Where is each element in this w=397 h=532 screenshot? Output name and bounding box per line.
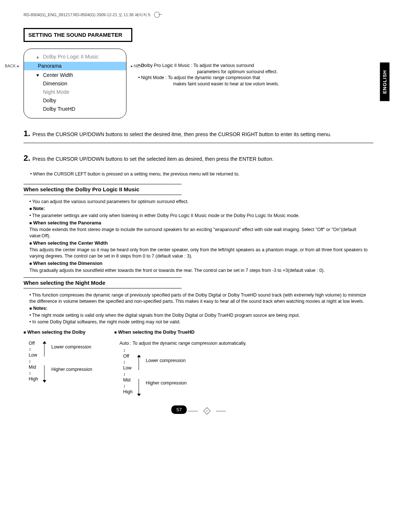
arrow-down-icon — [43, 380, 46, 383]
menu-label: Dimension — [43, 80, 67, 87]
comp-text-col: Lower compression Higher compression — [51, 340, 92, 382]
subheading: When selecting the Dolby Pro Logic II Mu… — [24, 184, 182, 195]
step-2: 2. Press the CURSOR UP/DOWN buttons to s… — [24, 153, 373, 167]
note-line: makes faint sound easier to hear at low … — [138, 81, 279, 87]
arrow-line — [139, 357, 139, 370]
page-number: 57 — [171, 405, 187, 414]
step-number: 1. — [24, 129, 30, 138]
crop-mark: RD-8504(G)_ENG_091217:RD-8504(G) 2009-12… — [24, 12, 373, 18]
comp-levels: ↕ Off ↕ Low ↕ Mid ↕ High — [123, 347, 133, 395]
step-2-note: • When the CURSOR LEFT button is pressed… — [30, 171, 373, 177]
dimension-title: ■ When selecting the Dimension — [29, 260, 373, 267]
menu-wrap: ▴ Dolby Pro Logic II Music BACK◂ Panoram… — [24, 49, 126, 118]
arrow-down-icon — [137, 394, 141, 396]
triangle-down-icon: ▾ — [35, 72, 40, 79]
menu-item[interactable]: Dimension — [24, 79, 126, 88]
menu-label: Dolby TrueHD — [43, 106, 75, 113]
step-text: Press the CURSOR UP/DOWN buttons to sele… — [32, 131, 331, 137]
menu-label: Dolby — [43, 97, 56, 104]
side-notes: • Dolby Pro Logic II Music : To adjust t… — [138, 63, 279, 87]
dimension-text: This gradually adjusts the soundfield ei… — [29, 267, 373, 274]
bullet: • The night mode setting is valid only w… — [29, 312, 373, 319]
notes-label: ■ Notes: — [29, 305, 373, 312]
bullet: • This function compresses the dynamic r… — [29, 292, 373, 305]
step-text: Press the CURSOR UP/DOWN buttons to set … — [32, 156, 273, 162]
section-title: SETTING THE SOUND PARAMETER — [24, 28, 132, 42]
bullet: • In some Dolby Digital softwares, the n… — [29, 319, 373, 325]
settings-menu: ▴ Dolby Pro Logic II Music BACK◂ Panoram… — [24, 49, 126, 118]
next-label: ▸NEXT — [131, 63, 144, 69]
note-label: ■ Note: — [29, 206, 373, 212]
registration-mark — [188, 408, 226, 414]
language-tab: ENGLISH — [380, 63, 390, 101]
menu-item[interactable]: ▾ Center Width — [24, 71, 126, 79]
night-block: • This function compresses the dynamic r… — [29, 292, 373, 325]
panorama-title: ■ When selecting the Panorama — [29, 220, 373, 226]
center-width-title: ■ When selecting the Center Width — [29, 240, 373, 247]
note-line: • Night Mode : To adjust the dynamic ran… — [138, 75, 279, 81]
arrow-col — [42, 340, 48, 382]
line-icon — [216, 411, 226, 411]
comp-levels: Off ↕ Low ↕ Mid ↕ High — [29, 340, 38, 382]
note-line: parameters for optimum surround effect. — [138, 69, 279, 75]
lower-comp: Lower compression — [146, 358, 187, 364]
arrow-col — [136, 347, 142, 395]
truehd-col: ■ When selecting the Dolby TrueHD Auto :… — [114, 329, 247, 395]
page-footer: 57 — [24, 405, 373, 414]
note-line: • Dolby Pro Logic II Music : To adjust t… — [138, 63, 279, 69]
center-width-text: This adjusts the center image so it may … — [29, 247, 373, 259]
triangle-right-icon: ▸ — [131, 63, 133, 69]
menu-label: Dolby Pro Logic II Music — [43, 53, 99, 60]
menu-item[interactable]: Night Mode — [24, 88, 126, 96]
subheading: When selecting the Night Mode — [24, 278, 182, 288]
lower-comp: Lower compression — [51, 344, 92, 350]
menu-item-selected[interactable]: BACK◂ Panorama ▸NEXT — [24, 62, 126, 70]
menu-label: Night Mode — [43, 89, 69, 96]
panorama-text: This mode extends the front stereo image… — [29, 227, 373, 239]
dolby-music-block: • You can adjust the various surround pa… — [29, 199, 373, 274]
top-row: ▴ Dolby Pro Logic II Music BACK◂ Panoram… — [24, 49, 373, 118]
step-number: 2. — [24, 153, 30, 163]
comp-text-col: Lower compression Higher compression — [146, 347, 187, 395]
higher-comp: Higher compression — [51, 366, 92, 373]
auto-line: Auto : To adjust the dynamic range compr… — [119, 340, 247, 347]
arrow-line — [139, 379, 139, 394]
bullet: • You can adjust the various surround pa… — [29, 199, 373, 205]
truehd-select-title: ■ When selecting the Dolby TrueHD — [114, 329, 247, 336]
higher-comp: Higher compression — [146, 380, 187, 386]
back-label: BACK◂ — [5, 63, 19, 69]
bullet: • The parameter settings are valid only … — [29, 213, 373, 219]
menu-label: Center Width — [43, 72, 73, 79]
crop-text: RD-8504(G)_ENG_091217:RD-8504(G) 2009-12… — [24, 12, 150, 18]
menu-item[interactable]: Dolby TrueHD — [24, 105, 126, 113]
triangle-up-icon: ▴ — [35, 53, 40, 60]
step-1: 1. Press the CURSOR UP/DOWN buttons to s… — [24, 128, 373, 143]
crop-circle-icon — [154, 12, 160, 18]
diamond-icon — [203, 407, 211, 415]
dolby-select-title: ■ When selecting the Dolby — [24, 329, 92, 336]
arrow-line — [44, 365, 45, 380]
compression-columns: ■ When selecting the Dolby Off ↕ Low ↕ M… — [24, 329, 373, 395]
menu-item[interactable]: ▴ Dolby Pro Logic II Music — [24, 53, 126, 61]
dolby-col: ■ When selecting the Dolby Off ↕ Low ↕ M… — [24, 329, 92, 395]
line-icon — [188, 411, 198, 411]
menu-item[interactable]: Dolby — [24, 96, 126, 105]
triangle-left-icon: ◂ — [17, 63, 19, 69]
menu-label: Panorama — [38, 63, 62, 70]
arrow-line — [44, 343, 45, 357]
